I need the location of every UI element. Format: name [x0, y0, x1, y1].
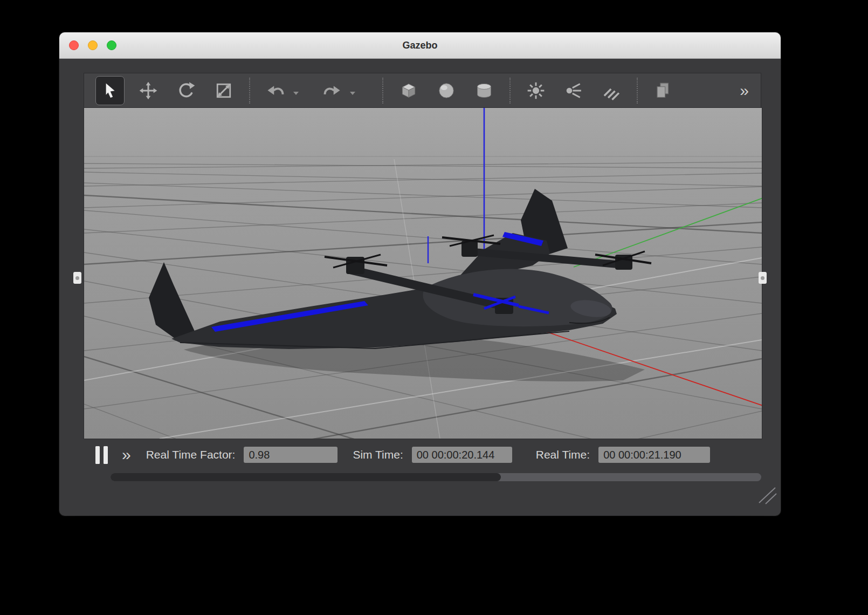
left-pane-splitter-handle[interactable]	[73, 272, 81, 284]
undo-dropdown-caret[interactable]	[293, 92, 299, 95]
sphere-icon	[436, 80, 457, 101]
rotate-tool-button[interactable]	[172, 77, 200, 105]
undo-icon	[266, 81, 285, 100]
directional-light-button[interactable]	[597, 77, 625, 105]
cursor-arrow-icon	[101, 82, 119, 99]
gazebo-window: Gazebo	[59, 32, 781, 516]
scale-icon	[214, 81, 233, 100]
sky-ground	[84, 108, 762, 439]
scene-canvas	[84, 108, 762, 439]
point-light-button[interactable]	[522, 77, 550, 105]
splitter-dot	[761, 276, 764, 280]
directional-light-icon	[601, 80, 622, 101]
zoom-button[interactable]	[107, 40, 116, 50]
toolbar-separator	[637, 78, 638, 104]
toolbar-overflow-button[interactable]: »	[740, 83, 749, 99]
rotate-icon	[176, 81, 196, 100]
render-viewport[interactable]	[84, 107, 762, 439]
real-time-factor-label: Real Time Factor:	[146, 448, 236, 461]
point-light-icon	[526, 80, 546, 101]
undo-button[interactable]	[261, 77, 290, 105]
splitter-dot	[75, 276, 79, 280]
cylinder-icon	[474, 80, 494, 101]
close-button[interactable]	[69, 40, 79, 50]
right-pane-splitter-handle[interactable]	[759, 272, 767, 284]
window-title: Gazebo	[402, 40, 437, 51]
select-tool-button[interactable]	[95, 76, 125, 105]
sim-time-value: 00 00:00:20.144	[412, 447, 512, 463]
scale-tool-button[interactable]	[210, 77, 238, 105]
copy-button[interactable]	[649, 77, 677, 105]
insert-box-button[interactable]	[395, 77, 423, 105]
pause-button[interactable]	[95, 446, 108, 464]
statusbar-expand-button[interactable]: »	[122, 447, 131, 463]
statusbar: » Real Time Factor: 0.98 Sim Time: 00 00…	[84, 439, 761, 471]
real-time-label: Real Time:	[536, 448, 590, 461]
sim-time-label: Sim Time:	[353, 448, 403, 461]
pause-bar	[104, 446, 108, 464]
toolbar-separator	[382, 78, 383, 104]
redo-button[interactable]	[318, 77, 346, 105]
box-icon	[398, 80, 419, 101]
horizontal-scrollbar-track[interactable]	[111, 473, 761, 481]
spot-light-icon	[563, 80, 584, 101]
toolbar: »	[84, 73, 761, 107]
titlebar[interactable]: Gazebo	[59, 32, 781, 59]
insert-cylinder-button[interactable]	[470, 77, 498, 105]
window-resize-grip[interactable]	[755, 484, 779, 506]
horizontal-scrollbar-thumb[interactable]	[111, 473, 501, 481]
pause-bar	[95, 446, 100, 464]
translate-icon	[139, 81, 158, 100]
spot-light-button[interactable]	[560, 77, 588, 105]
traffic-lights	[69, 32, 116, 58]
minimize-button[interactable]	[88, 40, 98, 50]
real-time-factor-value: 0.98	[244, 447, 337, 463]
redo-dropdown-caret[interactable]	[350, 92, 355, 95]
toolbar-separator	[249, 78, 250, 104]
toolbar-separator	[509, 78, 511, 104]
copy-icon	[653, 80, 673, 101]
real-time-value: 00 00:00:21.190	[598, 447, 710, 463]
insert-sphere-button[interactable]	[432, 77, 460, 105]
translate-tool-button[interactable]	[134, 77, 162, 105]
redo-icon	[322, 81, 342, 100]
